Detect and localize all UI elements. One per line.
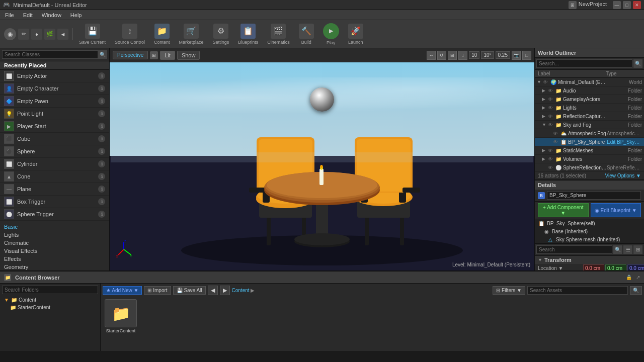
mode-geometry-btn[interactable]: ◄ bbox=[57, 29, 68, 40]
list-item[interactable]: 💡 Point Light ℹ bbox=[0, 108, 109, 120]
maximize-button[interactable]: □ bbox=[623, 1, 631, 9]
details-grid-view-icon[interactable]: ⊞ bbox=[633, 245, 642, 254]
menu-file[interactable]: File bbox=[3, 12, 16, 18]
list-item[interactable]: ⬜ Box Trigger ℹ bbox=[0, 196, 109, 208]
category-visual-effects[interactable]: Visual Effects bbox=[0, 247, 109, 255]
minimize-button[interactable]: — bbox=[613, 1, 621, 9]
title-bar: 🎮 MinimalDefault - Unreal Editor ⊞ NewPr… bbox=[0, 0, 644, 10]
blueprints-btn[interactable]: 📋 Blueprints bbox=[235, 22, 261, 47]
asset-search-button[interactable]: 🔍 bbox=[630, 286, 642, 295]
outliner-item[interactable]: 👁 ⚪ SphereReflectionCapture SphereReflec… bbox=[535, 163, 644, 172]
list-item[interactable]: 👤 Empty Character ℹ bbox=[0, 82, 109, 95]
outliner-item[interactable]: ▶ 👁 📁 Audio Folder bbox=[535, 86, 644, 95]
component-item[interactable]: ◉ Base (Inherited) bbox=[535, 227, 644, 235]
outliner-item[interactable]: ▼ 👁 🌍 Minimal_Default (Editor) World bbox=[535, 78, 644, 86]
source-control-btn[interactable]: ↕ Source Control bbox=[112, 22, 148, 47]
search-assets-input[interactable] bbox=[527, 286, 628, 295]
list-item[interactable]: ▲ Cone ℹ bbox=[0, 170, 109, 183]
search-folders-input[interactable] bbox=[2, 286, 98, 294]
settings-btn[interactable]: ⚙ Settings bbox=[210, 22, 232, 47]
grid-snap-btn[interactable]: 10 bbox=[469, 51, 479, 59]
close-button[interactable]: ✕ bbox=[633, 1, 641, 9]
show-button[interactable]: Show bbox=[177, 51, 200, 60]
list-item[interactable]: 🔷 Empty Pawn ℹ bbox=[0, 95, 109, 108]
mode-paint-btn[interactable]: ✏ bbox=[18, 29, 29, 40]
viewport-scene[interactable]: X Y Z Level: Minimal_Default (Persistent… bbox=[110, 62, 534, 270]
level-info: Level: Minimal_Default (Persistent) bbox=[452, 262, 530, 267]
build-btn[interactable]: 🔨 Build bbox=[296, 22, 317, 47]
add-component-button[interactable]: + Add Component ▼ bbox=[538, 203, 589, 217]
add-new-button[interactable]: ★ Add New ▼ bbox=[103, 286, 142, 295]
list-item[interactable]: ▶ Player Start ℹ bbox=[0, 120, 109, 133]
cinematics-btn[interactable]: 🎬 Cinematics bbox=[264, 22, 293, 47]
category-cinematic[interactable]: Cinematic bbox=[0, 239, 109, 247]
path-content-label[interactable]: Content bbox=[232, 288, 250, 293]
outliner-item[interactable]: 👁 ⛅ Atmospheric Fog AtmosphericFog bbox=[535, 129, 644, 138]
outliner-item[interactable]: ▶ 👁 📁 ReflectionCaptureActors Folder bbox=[535, 112, 644, 121]
lit-button[interactable]: Lit bbox=[160, 51, 175, 60]
surface-snapping-icon[interactable]: ↓ bbox=[458, 51, 467, 60]
asset-item[interactable]: 📁 StarterContent bbox=[103, 297, 139, 349]
view-options-button[interactable]: View Options ▼ bbox=[605, 173, 641, 178]
rotate-icon[interactable]: ↺ bbox=[437, 51, 446, 60]
translate-icon[interactable]: ↔ bbox=[427, 51, 436, 60]
launch-btn[interactable]: 🚀 Launch bbox=[345, 22, 366, 47]
edit-blueprint-button[interactable]: ◉ Edit Blueprint ▼ bbox=[591, 203, 641, 217]
scale-icon[interactable]: ⊞ bbox=[448, 51, 457, 60]
list-item[interactable]: ⬛ Cube ℹ bbox=[0, 133, 109, 145]
search-classes-input[interactable] bbox=[2, 50, 98, 59]
details-list-view-icon[interactable]: ☰ bbox=[623, 245, 632, 254]
menu-window[interactable]: Window bbox=[40, 12, 63, 18]
menu-help[interactable]: Help bbox=[68, 12, 84, 18]
nav-forward-button[interactable]: ▶ bbox=[220, 286, 230, 295]
outliner-item[interactable]: ▼ 👁 📁 Sky and Fog Folder bbox=[535, 121, 644, 129]
category-lights[interactable]: Lights bbox=[0, 231, 109, 239]
maximize-viewport-icon[interactable]: □ bbox=[522, 51, 531, 60]
menu-edit[interactable]: Edit bbox=[21, 12, 35, 18]
list-item[interactable]: ⚪ Sphere Trigger ℹ bbox=[0, 208, 109, 221]
category-effects[interactable]: Effects bbox=[0, 255, 109, 263]
nav-back-button[interactable]: ◀ bbox=[208, 286, 218, 295]
viewport[interactable]: Perspective ⊞ Lit Show ↔ ↺ ⊞ ↓ 10 10° 0.… bbox=[110, 48, 534, 270]
outliner-item[interactable]: ▶ 👁 📁 Volumes Folder bbox=[535, 155, 644, 163]
import-button[interactable]: ⊞ Import bbox=[144, 286, 171, 295]
menu-bar: File Edit Window Help bbox=[0, 10, 644, 20]
mode-landscape-btn[interactable]: ♦ bbox=[31, 29, 42, 40]
transform-section-header[interactable]: ▼ Transform bbox=[535, 256, 644, 264]
list-item[interactable]: — Plane ℹ bbox=[0, 183, 109, 196]
camera-speed-icon[interactable]: 📷 bbox=[512, 51, 521, 60]
starter-content-folder-item[interactable]: 📁 StarterContent bbox=[2, 304, 98, 311]
details-name-input[interactable] bbox=[547, 191, 641, 200]
list-item[interactable]: ⬜ Cylinder ℹ bbox=[0, 158, 109, 170]
list-item[interactable]: ⚫ Sphere ℹ bbox=[0, 145, 109, 158]
component-item[interactable]: 📋 BP_Sky_Sphere(self) bbox=[535, 219, 644, 227]
save-all-button[interactable]: 💾 Save All bbox=[173, 286, 206, 295]
perspective-dropdown[interactable]: Perspective bbox=[113, 51, 148, 59]
content-folder-item[interactable]: ▼ 📁 Content bbox=[2, 296, 98, 304]
outliner-item[interactable]: ▶ 👁 📁 StaticMeshes Folder bbox=[535, 146, 644, 155]
category-basic[interactable]: Basic bbox=[0, 223, 109, 231]
content-browser-expand-icon[interactable]: ↗ bbox=[636, 275, 640, 280]
component-item[interactable]: △ Sky Sphere mesh (Inherited) bbox=[535, 235, 644, 243]
location-y-input[interactable] bbox=[605, 264, 626, 270]
scale-snap-btn[interactable]: 0.25 bbox=[496, 51, 510, 59]
starter-content-folder-label: StarterContent bbox=[18, 305, 50, 310]
play-btn[interactable]: ▶ Play bbox=[320, 21, 342, 47]
marketplace-btn[interactable]: 🛒 Marketplace bbox=[176, 22, 207, 47]
location-z-input[interactable] bbox=[627, 264, 644, 270]
content-btn[interactable]: 📁 Content bbox=[151, 22, 173, 47]
save-current-btn[interactable]: 💾 Save Current bbox=[76, 22, 109, 47]
outliner-item[interactable]: ▶ 👁 📁 Lights Folder bbox=[535, 104, 644, 112]
mode-foliage-btn[interactable]: 🌿 bbox=[44, 29, 55, 40]
filters-button[interactable]: ⊟ Filters ▼ bbox=[493, 286, 525, 295]
details-search-input[interactable] bbox=[536, 245, 612, 254]
mode-select-btn[interactable]: ◉ bbox=[4, 28, 16, 40]
angle-snap-btn[interactable]: 10° bbox=[481, 51, 494, 59]
list-item[interactable]: ⬜ Empty Actor ℹ bbox=[0, 70, 109, 82]
outliner-item[interactable]: ▶ 👁 📁 GameplayActors Folder bbox=[535, 95, 644, 104]
category-geometry[interactable]: Geometry bbox=[0, 263, 109, 271]
info-icon: ℹ bbox=[98, 85, 105, 92]
outliner-item-selected[interactable]: 👁 📋 BP_Sky_Sphere Edit BP_Sky_S... bbox=[535, 138, 644, 146]
outliner-search-input[interactable] bbox=[536, 59, 632, 68]
location-x-input[interactable] bbox=[583, 264, 604, 270]
